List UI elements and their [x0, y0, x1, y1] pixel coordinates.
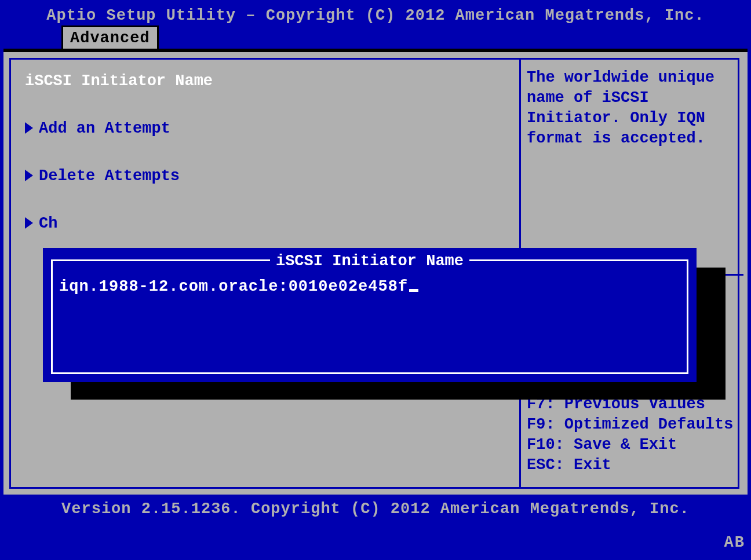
- text-cursor-icon: [409, 289, 418, 292]
- footer-corner-text: AB: [724, 534, 745, 551]
- chevron-right-icon: [25, 217, 33, 229]
- chevron-right-icon: [25, 122, 33, 134]
- dialog-input-value: iqn.1988-12.com.oracle:0010e02e458f: [59, 278, 408, 295]
- header-title: Aptio Setup Utility – Copyright (C) 2012…: [0, 0, 751, 25]
- dialog-title-text: iSCSI Initiator Name: [270, 252, 469, 270]
- input-dialog: iSCSI Initiator Name iqn.1988-12.com.ora…: [43, 248, 697, 382]
- help-key: ESC: Exit: [527, 455, 733, 475]
- menu-item-label: Ch: [39, 215, 57, 232]
- menu-item-label: Delete Attempts: [39, 167, 180, 185]
- chevron-right-icon: [25, 170, 33, 181]
- footer-version-text: Version 2.15.1236. Copyright (C) 2012 Am…: [61, 500, 690, 518]
- menu-item-label: Add an Attempt: [39, 120, 170, 137]
- menu-item-delete-attempts[interactable]: Delete Attempts: [25, 166, 505, 186]
- footer-corner: AB: [724, 533, 745, 553]
- help-description: The worldwide unique name of iSCSI Initi…: [527, 68, 732, 149]
- tab-advanced-label: Advanced: [70, 30, 150, 47]
- footer-version: Version 2.15.1236. Copyright (C) 2012 Am…: [0, 499, 751, 519]
- current-field-label[interactable]: iSCSI Initiator Name: [25, 71, 505, 91]
- tab-advanced[interactable]: Advanced: [61, 25, 159, 50]
- help-key: F9: Optimized Defaults: [527, 415, 733, 435]
- help-key: F10: Save & Exit: [527, 435, 733, 455]
- menu-item-add-attempt[interactable]: Add an Attempt: [25, 119, 505, 139]
- bios-screen: Aptio Setup Utility – Copyright (C) 2012…: [0, 0, 751, 560]
- dialog-title: iSCSI Initiator Name: [43, 251, 697, 272]
- dialog-input[interactable]: iqn.1988-12.com.oracle:0010e02e458f: [59, 277, 418, 297]
- header-title-text: Aptio Setup Utility – Copyright (C) 2012…: [46, 7, 704, 24]
- menu-item-truncated[interactable]: Ch: [25, 214, 505, 234]
- main-panel: iSCSI Initiator Name Add an Attempt Dele…: [3, 49, 748, 495]
